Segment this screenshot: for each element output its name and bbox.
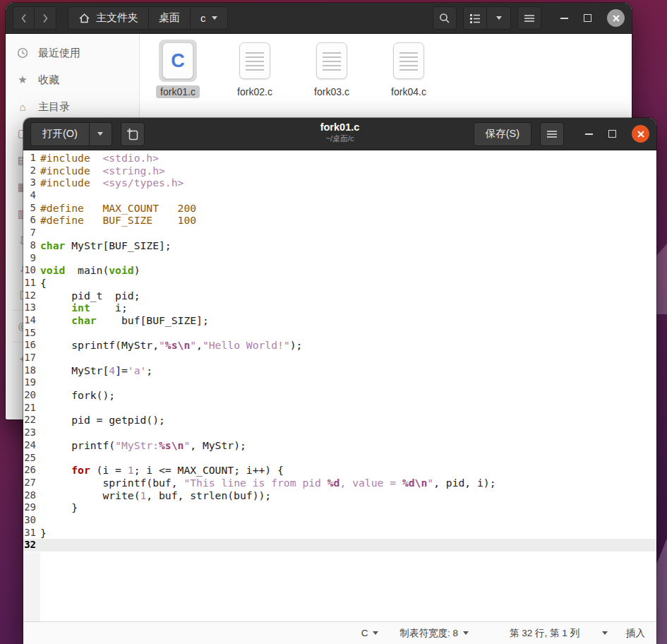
back-button[interactable]: [13, 6, 35, 30]
file-name: fork03.c: [310, 85, 354, 98]
new-document-icon: [126, 128, 139, 141]
line-number: 28: [23, 489, 38, 502]
breadcrumb-home[interactable]: 主文件夹: [68, 6, 149, 30]
minimize-icon: [560, 18, 568, 19]
sidebar-item-clock[interactable]: 最近使用: [6, 40, 139, 66]
code-text: fork();: [38, 389, 115, 402]
cursor-position[interactable]: 第 32 行, 第 1 列: [510, 627, 579, 640]
code-text: pid_t pid;: [38, 290, 140, 302]
sidebar-item-star[interactable]: ★收藏: [6, 66, 139, 93]
line-number: 17: [23, 352, 38, 364]
code-line: 13 int i;: [23, 302, 656, 314]
line-number: 6: [23, 214, 38, 227]
goto-line-button[interactable]: [602, 631, 608, 635]
file-name: fork04.c: [387, 85, 431, 98]
code-text: char buf[BUF_SIZE];: [38, 314, 209, 327]
home-icon: [78, 13, 90, 24]
code-text: [38, 376, 40, 389]
chevron-left-icon: [20, 13, 28, 24]
gedit-close-button[interactable]: [632, 125, 649, 143]
code-line: 31}: [23, 527, 656, 539]
code-text: [38, 514, 40, 527]
code-line: 19: [23, 376, 656, 389]
insert-mode-indicator: 插入: [626, 627, 645, 640]
code-text: [38, 402, 40, 415]
code-line: 16 sprintf(MyStr,"%s\n","Hello World!");: [23, 339, 656, 352]
home-icon: ⌂: [16, 101, 29, 113]
chevron-down-icon: [97, 132, 103, 136]
search-icon: [439, 13, 450, 24]
code-text: [38, 227, 40, 239]
sidebar-item-home[interactable]: ⌂主目录: [6, 93, 139, 120]
line-number: 26: [23, 464, 38, 477]
line-number: 1: [23, 152, 38, 165]
line-number: 10: [23, 264, 38, 277]
line-number: 23: [23, 427, 38, 439]
code-text: MyStr[4]='a';: [38, 364, 152, 377]
line-number: 4: [23, 189, 38, 202]
breadcrumb-desktop[interactable]: 桌面: [149, 6, 191, 30]
text-file-icon: [239, 42, 270, 79]
open-recent-button[interactable]: [90, 122, 112, 146]
line-number: 14: [23, 314, 38, 327]
save-button-label: 保存(S): [486, 127, 519, 141]
fm-menu-button[interactable]: [517, 6, 541, 30]
line-number: 5: [23, 202, 38, 215]
file-item[interactable]: fork03.c: [298, 40, 366, 98]
sidebar-item-label: 最近使用: [38, 47, 80, 60]
code-text: int i;: [38, 302, 128, 314]
code-text: #define MAX_COUNT 200: [38, 202, 196, 215]
code-line: 28 write(1, buf, strlen(buf));: [23, 489, 656, 502]
code-text: [38, 539, 40, 551]
code-line: 25: [23, 452, 656, 465]
code-text: [38, 427, 40, 439]
line-number: 27: [23, 477, 38, 489]
breadcrumb-current-folder[interactable]: c: [191, 6, 228, 30]
line-number: 20: [23, 389, 38, 402]
save-button[interactable]: 保存(S): [474, 122, 531, 146]
maximize-icon: [608, 130, 616, 138]
view-options-button[interactable]: [487, 6, 511, 30]
chevron-down-icon: [212, 16, 217, 20]
gedit-maximize-button[interactable]: [608, 130, 616, 138]
line-number: 3: [23, 177, 38, 189]
gedit-minimize-button[interactable]: [585, 133, 593, 135]
hamburger-icon: [546, 130, 558, 138]
gedit-menu-button[interactable]: [540, 122, 564, 146]
line-number: 15: [23, 327, 38, 340]
fm-close-button[interactable]: [607, 9, 625, 27]
code-line: 18 MyStr[4]='a';: [23, 364, 656, 377]
fm-maximize-button[interactable]: [584, 14, 591, 22]
code-line: 5#define MAX_COUNT 200: [23, 202, 656, 215]
code-text: {: [38, 277, 47, 290]
fm-minimize-button[interactable]: [560, 18, 568, 19]
text-editor-area[interactable]: 1#include <stdio.h>2#include <string.h>3…: [23, 150, 656, 621]
forward-button[interactable]: [35, 6, 56, 30]
new-document-button[interactable]: [121, 122, 145, 146]
code-line: 11{: [23, 277, 656, 290]
text-file-icon: [393, 42, 424, 79]
code-text: char MyStr[BUF_SIZE];: [38, 239, 172, 252]
tab-width-selector[interactable]: 制表符宽度: 8: [399, 627, 469, 640]
gedit-headerbar[interactable]: fork01.c ~/桌面/c 打开(O) 保: [23, 118, 656, 150]
code-line: 7: [23, 227, 656, 239]
file-manager-headerbar[interactable]: 主文件夹 桌面 c: [6, 3, 632, 34]
code-text: pid = getpid();: [38, 414, 165, 427]
language-selector[interactable]: C: [361, 628, 379, 638]
open-button-label: 打开(O): [42, 127, 78, 141]
open-button[interactable]: 打开(O): [30, 122, 90, 146]
code-line: 27 sprintf(buf, "This line is from pid %…: [23, 477, 656, 489]
code-text: #include <string.h>: [38, 165, 165, 177]
file-item[interactable]: fork04.c: [375, 40, 443, 98]
sidebar-item-label: 收藏: [38, 73, 59, 87]
search-button[interactable]: [433, 6, 457, 30]
code-line: 9: [23, 252, 656, 265]
file-item[interactable]: Cfork01.c: [144, 40, 212, 98]
line-number: 31: [23, 527, 38, 539]
view-mode-button[interactable]: [463, 6, 487, 30]
file-item[interactable]: fork02.c: [221, 40, 289, 98]
file-icon: [390, 40, 428, 82]
code-text: }: [38, 527, 47, 539]
code-line: 30: [23, 514, 656, 527]
line-number: 12: [23, 290, 38, 302]
